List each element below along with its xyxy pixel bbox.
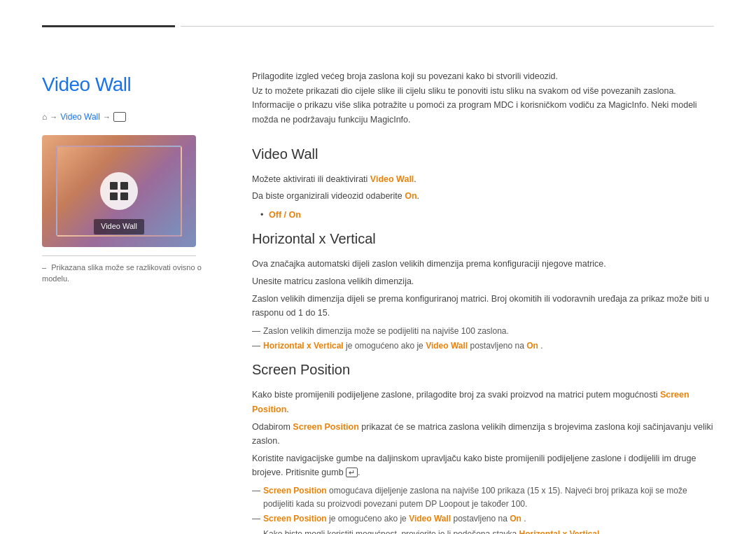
hxv-note-2-period: . bbox=[540, 341, 542, 351]
sp-text-2: Odabirom Screen Position prikazat će se … bbox=[252, 420, 714, 449]
sp-note-2-vw: Video Wall bbox=[409, 514, 451, 524]
image-note-text: Prikazana slika može se razlikovati ovis… bbox=[42, 263, 202, 283]
sp-notes: Screen Position omogućava dijeljenje zas… bbox=[252, 484, 714, 534]
breadcrumb: ⌂ → Video Wall → bbox=[42, 111, 224, 124]
intro-line-1: Prilagodite izgled većeg broja zaslona k… bbox=[252, 69, 714, 84]
hxv-note-2: Horizontal x Vertical je omogućeno ako j… bbox=[252, 339, 714, 353]
sp-note-1-link: Screen Position bbox=[263, 486, 327, 496]
hxv-note-2-text: je omogućeno ako je bbox=[346, 341, 426, 351]
hxv-text-2: Unesite matricu zaslona velikih dimenzij… bbox=[252, 274, 714, 289]
intro-section: Prilagodite izgled većeg broja zaslona k… bbox=[252, 69, 714, 127]
off-on-item: Off / On bbox=[262, 208, 714, 223]
video-wall-text-2: Da biste organizirali videozid odaberite… bbox=[252, 189, 714, 204]
hxv-text-1: Ova značajka automatski dijeli zaslon ve… bbox=[252, 257, 714, 272]
sp-note-2: Screen Position je omogućeno ako je Vide… bbox=[252, 512, 714, 526]
sp-note-2-link: Screen Position bbox=[263, 514, 327, 524]
image-note: – Prikazana slika može se razlikovati ov… bbox=[42, 262, 224, 285]
hxv-note-2-link1: Horizontal x Vertical bbox=[263, 341, 344, 351]
hxv-text-3: Zaslon velikih dimenzija dijeli se prema… bbox=[252, 292, 714, 321]
sp-note-1-text: omogućava dijeljenje zaslona na najviše … bbox=[263, 486, 687, 509]
svg-rect-3 bbox=[120, 192, 128, 200]
sp-note-2-text: je omogućeno ako je bbox=[329, 514, 409, 524]
sp-note-3-text: Kako biste mogli koristiti mogućnost, pr… bbox=[263, 529, 519, 534]
sp-note-2-period: . bbox=[524, 514, 526, 524]
section-title-screen-position: Screen Position bbox=[252, 358, 714, 381]
section-title-hxv: Horizontal x Vertical bbox=[252, 227, 714, 250]
sp-note-2-text2: postavljeno na bbox=[453, 514, 510, 524]
svg-rect-1 bbox=[120, 182, 128, 190]
note-dash: – bbox=[42, 263, 46, 272]
top-rule-light bbox=[181, 26, 714, 27]
intro-line-2: Uz to možete prikazati dio cijele slike … bbox=[252, 84, 714, 99]
video-wall-text-1: Možete aktivirati ili deaktivirati Video… bbox=[252, 172, 714, 187]
breadcrumb-link[interactable]: Video Wall bbox=[60, 111, 100, 124]
sp-note-3-period: . bbox=[602, 529, 604, 534]
grid-svg bbox=[108, 180, 130, 202]
intro-line-3: Informacije o prikazu više slika potraži… bbox=[252, 98, 714, 127]
top-rule-dark bbox=[42, 25, 175, 27]
product-label: Video Wall bbox=[94, 219, 144, 234]
left-column: Video Wall ⌂ → Video Wall → Video Wall bbox=[42, 69, 224, 534]
product-image: Video Wall bbox=[42, 135, 196, 247]
sp-text-1: Kako biste promijenili podijeljene zaslo… bbox=[252, 388, 714, 416]
section-title-video-wall: Video Wall bbox=[252, 143, 714, 165]
sp-link-2: Screen Position bbox=[293, 422, 358, 432]
breadcrumb-screen-icon bbox=[113, 112, 126, 122]
off-on-label: Off / On bbox=[269, 210, 301, 220]
video-wall-link-1: Video Wall bbox=[370, 174, 414, 184]
sp-note-3-link: Horizontal x Vertical bbox=[519, 529, 600, 534]
hxv-note-1: Zaslon velikih dimenzija može se podijel… bbox=[252, 325, 714, 338]
hxv-note-2-on: On bbox=[526, 341, 538, 351]
page-title: Video Wall bbox=[42, 69, 224, 101]
home-icon: ⌂ bbox=[42, 111, 47, 124]
sp-note-3: Kako biste mogli koristiti mogućnost, pr… bbox=[252, 528, 714, 534]
enter-button-icon: ↵ bbox=[346, 468, 358, 477]
image-divider bbox=[42, 255, 196, 256]
sp-text-3: Koristite navigacijske gumbe na daljinsk… bbox=[252, 451, 714, 480]
page-number: 52 bbox=[697, 529, 714, 534]
svg-rect-2 bbox=[110, 192, 118, 200]
hxv-notes: Zaslon velikih dimenzija može se podijel… bbox=[252, 325, 714, 353]
grid-icon bbox=[100, 172, 138, 210]
hxv-note-2-link2: Video Wall bbox=[426, 341, 468, 351]
sp-note-1: Screen Position omogućava dijeljenje zas… bbox=[252, 484, 714, 511]
sp-link-1: Screen Position bbox=[252, 390, 690, 414]
video-wall-list: Off / On bbox=[262, 208, 714, 223]
on-link-1: On bbox=[405, 191, 416, 201]
right-column: Prilagodite izgled većeg broja zaslona k… bbox=[252, 69, 714, 534]
sp-note-2-on: On bbox=[510, 514, 522, 524]
svg-rect-0 bbox=[110, 182, 118, 190]
arrow-icon-2: → bbox=[103, 111, 111, 124]
arrow-icon-1: → bbox=[50, 111, 57, 124]
hxv-note-2-text2: postavljeno na bbox=[470, 341, 526, 351]
